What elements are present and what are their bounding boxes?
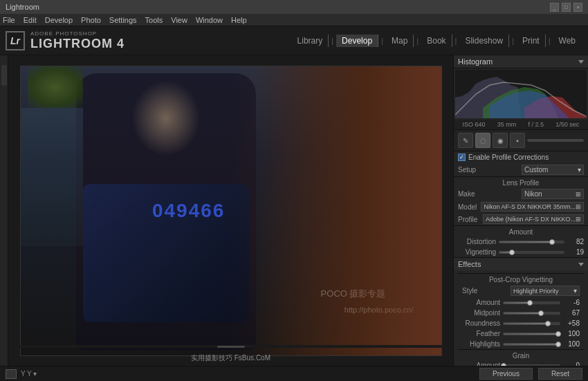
effects-content: Post-Crop Vignetting Style Highlight Pri… bbox=[454, 270, 588, 366]
profile-dropdown-icon: ⊞ bbox=[576, 216, 581, 223]
make-label: Make bbox=[458, 190, 475, 198]
model-label: Model bbox=[458, 203, 477, 211]
effects-label: Effects bbox=[458, 260, 481, 268]
feather-slider[interactable] bbox=[503, 333, 560, 335]
module-picker: Library | Develop | Map | Book | Slidesh… bbox=[292, 35, 581, 47]
distortion-value: 82 bbox=[567, 238, 584, 245]
make-row: Make Nikon ⊞ bbox=[454, 187, 588, 201]
menu-edit[interactable]: Edit bbox=[24, 16, 37, 24]
menu-develop[interactable]: Develop bbox=[45, 16, 73, 24]
amount-slider-row: Amount -6 bbox=[458, 297, 584, 308]
vignetting-slider[interactable] bbox=[499, 251, 564, 254]
previous-button[interactable]: Previous bbox=[479, 368, 533, 380]
style-row: Style Highlight Priority ▾ bbox=[458, 284, 584, 297]
healing-tool[interactable]: ◌ bbox=[475, 133, 490, 148]
effects-header[interactable]: Effects bbox=[454, 258, 588, 270]
menu-photo[interactable]: Photo bbox=[81, 16, 101, 24]
menu-bar: File Edit Develop Photo Settings Tools V… bbox=[0, 14, 588, 26]
bottom-right: Previous Reset bbox=[479, 368, 582, 380]
menu-window[interactable]: Window bbox=[196, 16, 223, 24]
left-panel-toggle[interactable] bbox=[1, 65, 7, 86]
tool-slider[interactable] bbox=[527, 139, 584, 142]
midpoint-value: 67 bbox=[563, 309, 580, 317]
left-panel bbox=[0, 55, 8, 366]
menu-view[interactable]: View bbox=[171, 16, 187, 24]
roundness-slider[interactable] bbox=[503, 322, 560, 325]
red-eye-tool[interactable]: ◉ bbox=[493, 133, 508, 148]
amount-label: Amount bbox=[462, 299, 500, 306]
module-develop[interactable]: Develop bbox=[336, 35, 378, 47]
highlights-slider-row: Highlights 100 bbox=[458, 339, 584, 349]
reset-button[interactable]: Reset bbox=[538, 368, 582, 380]
make-dropdown[interactable]: Nikon ⊞ bbox=[522, 189, 584, 199]
midpoint-slider-row: Midpoint 67 bbox=[458, 308, 584, 318]
grain-amount-label: Amount bbox=[462, 362, 500, 366]
module-book[interactable]: Book bbox=[421, 35, 452, 47]
profile-dropdown[interactable]: Adobe (Nikon AF-S DX NIKKO... ⊞ bbox=[483, 214, 584, 224]
module-map[interactable]: Map bbox=[386, 35, 414, 47]
style-dropdown[interactable]: Highlight Priority ▾ bbox=[511, 286, 580, 296]
enable-profile-checkbox[interactable]: ✓ bbox=[458, 154, 466, 161]
logo-area: Lr ADOBE PHOTOSHOP LIGHTROOM 4 bbox=[6, 30, 125, 51]
module-print[interactable]: Print bbox=[517, 35, 546, 47]
feather-slider-row: Feather 100 bbox=[458, 328, 584, 339]
crop-tool[interactable]: ✎ bbox=[458, 133, 473, 148]
setup-row: Setup Custom ▾ bbox=[454, 163, 588, 176]
window-controls: _ □ × bbox=[550, 3, 582, 12]
photo-overlay-id: 049466 bbox=[152, 200, 225, 222]
grain-label: Grain bbox=[458, 349, 584, 360]
grain-amount-value: 0 bbox=[563, 362, 580, 366]
photo-image: 049466 POCO 摄影专题 http://photo.poco.cn/ bbox=[21, 66, 441, 355]
grain-amount-row: Amount 0 bbox=[458, 360, 584, 366]
gradient-tool[interactable]: ▪ bbox=[510, 133, 525, 148]
highlights-value: 100 bbox=[563, 340, 580, 348]
roundness-value: +58 bbox=[563, 319, 580, 327]
enable-profile-label: Enable Profile Corrections bbox=[468, 154, 549, 161]
minimize-button[interactable]: _ bbox=[550, 3, 559, 12]
setup-dropdown[interactable]: Custom ▾ bbox=[522, 165, 584, 175]
lr-badge: Lr bbox=[6, 31, 25, 50]
vignetting-slider-row: Vignetting 19 bbox=[454, 247, 588, 257]
post-crop-label: Post-Crop Vignetting bbox=[458, 273, 584, 284]
poco-watermark-url: http://photo.poco.cn/ bbox=[344, 306, 414, 314]
model-dropdown[interactable]: Nikon AF-S DX NIKKOR 35mm... ⊞ bbox=[481, 202, 584, 212]
distortion-slider-row: Distortion 82 bbox=[454, 236, 588, 247]
menu-file[interactable]: File bbox=[3, 16, 15, 24]
amount-slider[interactable] bbox=[503, 301, 560, 304]
histogram-stats: ISO 640 35 mm f / 2.5 1/50 sec bbox=[454, 120, 588, 129]
histogram-section: Histogram ISO 640 3 bbox=[454, 55, 588, 130]
highlights-label: Highlights bbox=[462, 340, 500, 348]
lens-profile-subtitle: Lens Profile bbox=[454, 176, 588, 187]
histogram-collapse-icon bbox=[578, 60, 584, 64]
setup-label: Setup bbox=[458, 166, 476, 174]
stat-iso: ISO 640 bbox=[463, 121, 486, 128]
menu-settings[interactable]: Settings bbox=[109, 16, 137, 24]
vignetting-value: 19 bbox=[567, 248, 584, 256]
module-slideshow[interactable]: Slideshow bbox=[459, 35, 509, 47]
maximize-button[interactable]: □ bbox=[562, 3, 571, 12]
profile-row: Profile Adobe (Nikon AF-S DX NIKKO... ⊞ bbox=[454, 213, 588, 225]
logo-subtitle: ADOBE PHOTOSHOP bbox=[30, 30, 125, 37]
photo-area: 049466 POCO 摄影专题 http://photo.poco.cn/ 实… bbox=[8, 55, 453, 366]
amount-value: -6 bbox=[563, 299, 580, 306]
title-bar: Lightroom _ □ × bbox=[0, 0, 588, 14]
highlights-slider[interactable] bbox=[503, 343, 560, 346]
distortion-slider[interactable] bbox=[499, 241, 564, 243]
right-panel: Histogram ISO 640 3 bbox=[453, 55, 588, 366]
module-library[interactable]: Library bbox=[292, 35, 329, 47]
effects-section: Effects Post-Crop Vignetting Style Highl… bbox=[454, 258, 588, 366]
module-web[interactable]: Web bbox=[553, 35, 581, 47]
main-content: 049466 POCO 摄影专题 http://photo.poco.cn/ 实… bbox=[0, 55, 588, 366]
midpoint-slider[interactable] bbox=[503, 312, 560, 315]
menu-help[interactable]: Help bbox=[231, 16, 247, 24]
menu-tools[interactable]: Tools bbox=[145, 16, 163, 24]
close-button[interactable]: × bbox=[573, 3, 582, 12]
grain-amount-slider[interactable] bbox=[503, 364, 560, 366]
histogram-header[interactable]: Histogram bbox=[454, 55, 588, 68]
model-dropdown-icon: ⊞ bbox=[576, 203, 581, 210]
bottom-icon-1[interactable] bbox=[6, 369, 17, 379]
bottom-bar: Y Y ▾ Previous Reset bbox=[0, 366, 588, 381]
logo-main: LIGHTROOM 4 bbox=[30, 37, 125, 51]
logo-text: ADOBE PHOTOSHOP LIGHTROOM 4 bbox=[30, 30, 125, 51]
feather-label: Feather bbox=[462, 330, 500, 337]
